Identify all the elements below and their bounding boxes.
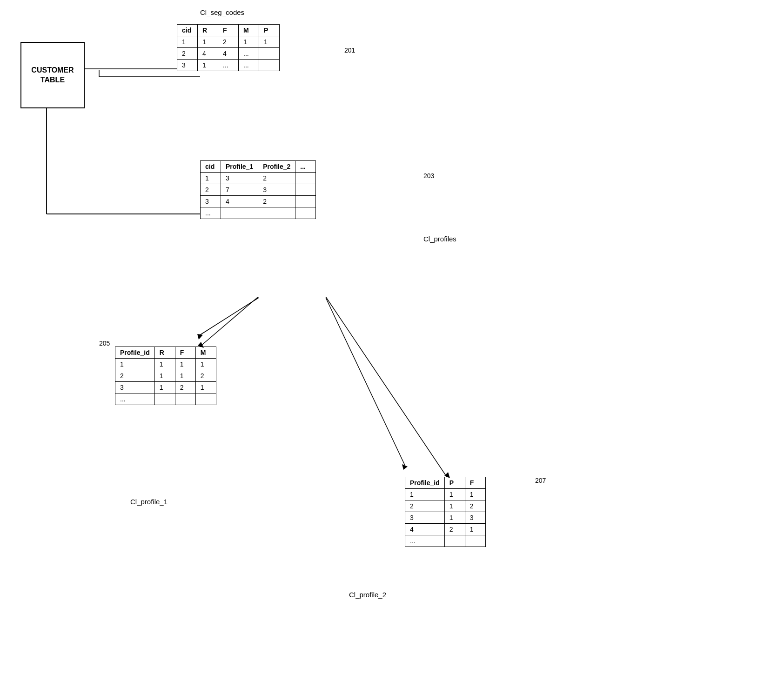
table-row: 3 1 2 1 <box>115 382 216 393</box>
prof1-col-id: Profile_id <box>115 347 155 359</box>
seg-col-p: P <box>259 25 280 36</box>
cl-profile-2-table: Profile_id P F 1 1 1 2 1 2 3 1 3 4 <box>405 477 486 547</box>
table-row: 3 1 3 <box>405 512 486 524</box>
table-row: 4 2 1 <box>405 524 486 535</box>
table-row: 1 3 2 <box>201 173 316 184</box>
prof2-col-id: Profile_id <box>405 477 445 489</box>
prof1-col-r: R <box>154 347 175 359</box>
diagram-container: CUSTOMER TABLE Cl_seg_codes cid R F M P … <box>0 0 778 700</box>
svg-line-13 <box>200 297 258 347</box>
prof2-col-f: F <box>465 477 485 489</box>
table-row: 2 7 3 <box>201 184 316 196</box>
prof-col-profile1: Profile_1 <box>221 161 258 173</box>
cl-seg-codes-label: Cl_seg_codes <box>200 8 244 16</box>
prof1-col-f: F <box>175 347 195 359</box>
prof-col-cid: cid <box>201 161 221 173</box>
seg-col-m: M <box>239 25 259 36</box>
table-row: 2 1 2 <box>405 500 486 512</box>
svg-marker-7 <box>197 334 203 340</box>
svg-line-6 <box>200 298 259 335</box>
seg-col-f: F <box>218 25 239 36</box>
seg-col-cid: cid <box>177 25 198 36</box>
prof-col-profile2: Profile_2 <box>258 161 295 173</box>
cl-profiles-table: cid Profile_1 Profile_2 ... 1 3 2 2 7 3 … <box>200 160 316 219</box>
table-row: 3 4 2 <box>201 196 316 207</box>
table-row: 2 4 4 ... <box>177 48 280 60</box>
svg-line-8 <box>326 298 405 465</box>
seg-col-r: R <box>198 25 218 36</box>
ref-205: 205 <box>99 340 110 347</box>
cl-profile-1-table: Profile_id R F M 1 1 1 1 2 1 1 2 3 1 <box>115 347 216 405</box>
table-row: 2 1 1 2 <box>115 370 216 382</box>
customer-table-box: CUSTOMER TABLE <box>20 42 85 108</box>
ref-203: 203 <box>423 172 434 180</box>
cl-profiles-label: Cl_profiles <box>423 235 456 243</box>
ref-201: 201 <box>344 47 355 54</box>
customer-table-label: CUSTOMER TABLE <box>31 66 74 85</box>
cl-seg-codes-table: cid R F M P 1 1 2 1 1 2 4 4 ... <box>177 24 280 71</box>
table-row: 1 1 1 1 <box>115 359 216 370</box>
svg-line-15 <box>326 297 447 477</box>
table-row: 3 1 ... ... <box>177 60 280 71</box>
table-row: ... <box>405 535 486 547</box>
table-row: ... <box>115 393 216 405</box>
svg-marker-9 <box>402 464 408 470</box>
prof-col-dots: ... <box>295 161 316 173</box>
table-row: 1 1 1 <box>405 489 486 500</box>
table-row: ... <box>201 207 316 219</box>
ref-207: 207 <box>535 477 546 484</box>
table-row: 1 1 2 1 1 <box>177 36 280 48</box>
cl-profile-1-label: Cl_profile_1 <box>130 498 168 506</box>
cl-profile-2-label: Cl_profile_2 <box>349 591 386 599</box>
prof2-col-p: P <box>444 477 465 489</box>
prof1-col-m: M <box>195 347 216 359</box>
